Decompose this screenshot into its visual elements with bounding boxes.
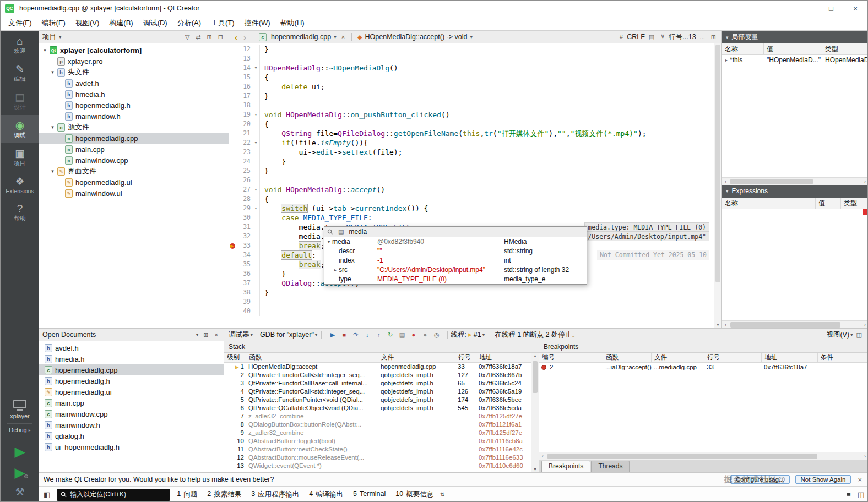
code-line[interactable]: 30 case MEDIA_TYPE_FILE: xyxy=(229,213,721,222)
mode-debug[interactable]: ◉调试 xyxy=(1,115,39,143)
maximize-icon[interactable]: □ xyxy=(819,1,843,16)
code-line[interactable]: 16 delete ui; xyxy=(229,82,721,91)
column-header[interactable]: 函数 xyxy=(603,353,652,362)
forward-icon[interactable]: › xyxy=(241,32,248,42)
stack-frame-row[interactable]: 8QDialogButtonBox::buttonRole(QAbstr...0… xyxy=(224,421,531,429)
code-line[interactable]: 28{ xyxy=(229,194,721,204)
column-header[interactable]: 编号 xyxy=(539,353,603,362)
scroll-left-icon[interactable]: ‹ xyxy=(539,452,546,460)
fold-marker-icon[interactable]: ▾ xyxy=(252,204,260,213)
tree-item[interactable]: havdef.h xyxy=(39,78,229,89)
scroll-left-icon[interactable]: ‹ xyxy=(722,321,729,329)
stack-frame-row[interactable]: 5QtPrivate::FunctionPointer<void (QDial.… xyxy=(224,396,531,404)
run-button[interactable]: ▶ xyxy=(14,443,25,460)
open-document-item[interactable]: hhmedia.h xyxy=(39,353,224,364)
snapshot-icon[interactable]: ◎ xyxy=(431,331,442,339)
expander-icon[interactable]: ▾ xyxy=(41,47,48,53)
code-line[interactable]: 24 } xyxy=(229,157,721,166)
chevron-down-icon[interactable]: ▾ xyxy=(315,332,318,337)
fold-marker-icon[interactable]: ▾ xyxy=(252,63,260,73)
menu-item[interactable]: 调试(D) xyxy=(138,16,172,30)
scrollbar-thumb[interactable] xyxy=(533,361,538,393)
code-line[interactable]: 26 xyxy=(229,176,721,185)
menu-item[interactable]: 构建(B) xyxy=(104,16,138,30)
mode-extensions[interactable]: ❖Extensions xyxy=(1,171,39,198)
notification-close-icon[interactable]: × xyxy=(858,476,862,484)
fold-marker-icon[interactable]: ▾ xyxy=(252,185,260,194)
stack-frame-row[interactable]: 13QWidget::event(QEvent *)0x7ffb110c6d60 xyxy=(224,462,531,470)
kit-selector[interactable]: xplayer xyxy=(10,400,29,421)
tree-item[interactable]: hhopenmediadlg.h xyxy=(39,100,229,111)
menu-item[interactable]: 控件(W) xyxy=(240,16,275,30)
expander-icon[interactable]: ▸ xyxy=(332,265,339,275)
mode-projects[interactable]: ▣项目 xyxy=(1,143,39,171)
scrollbar-thumb[interactable] xyxy=(730,322,840,328)
step-into-icon[interactable]: ↓ xyxy=(361,331,373,338)
output-pane-toggle[interactable]: 3应用程序输出 xyxy=(251,490,299,499)
column-header[interactable]: 条件 xyxy=(818,353,868,362)
notification-button[interactable]: Configure usag... xyxy=(730,475,790,484)
close-panel-icon[interactable]: × xyxy=(213,331,220,338)
output-pane-toggle[interactable]: 2搜索结果 xyxy=(207,490,241,499)
expander-icon[interactable]: ▾ xyxy=(49,168,56,174)
filter-icon[interactable]: ▽ xyxy=(183,34,192,41)
menu-item[interactable]: 帮助(H) xyxy=(275,16,310,30)
code-line[interactable]: 38} xyxy=(229,288,721,297)
tree-item[interactable]: hmainwindow.h xyxy=(39,111,229,122)
column-header[interactable]: 地址 xyxy=(762,353,818,362)
annotate-indicator[interactable]: # xyxy=(617,34,625,40)
document-icon[interactable]: ▤ xyxy=(647,34,657,41)
tab-threads[interactable]: Threads xyxy=(591,461,630,472)
code-line[interactable]: 27▾void HOpenMediaDlg::accept() xyxy=(229,185,721,194)
open-document-item[interactable]: hhopenmediadlg.h xyxy=(39,375,224,386)
split-icon[interactable]: ⊞ xyxy=(205,34,214,41)
fold-marker-icon[interactable]: ▾ xyxy=(252,110,260,119)
close-icon[interactable]: × xyxy=(843,1,867,16)
output-pane-toggle[interactable]: 10概要信息 xyxy=(395,490,433,499)
pane-updown-icon[interactable]: ⇅ xyxy=(440,492,444,498)
record-icon[interactable]: ● xyxy=(408,331,419,338)
code-line[interactable]: 20{ xyxy=(229,119,721,129)
code-line[interactable]: 23 ui->edit->setText(file); xyxy=(229,148,721,157)
mode-design[interactable]: ▤设计 xyxy=(1,87,39,115)
expander-icon[interactable]: ▾ xyxy=(49,69,56,75)
open-documents-title[interactable]: Open Documents xyxy=(42,331,96,339)
sync-with-editor-icon[interactable]: ⇄ xyxy=(193,34,203,41)
stack-frame-row[interactable]: 9z_adler32_combine0x7ffb125df27e xyxy=(224,429,531,437)
open-document-item[interactable]: cmainwindow.cpp xyxy=(39,408,224,419)
stack-frame-row[interactable]: 4QtPrivate::FunctorCall<std::integer_seq… xyxy=(224,388,531,396)
menu-item[interactable]: 分析(A) xyxy=(172,16,206,30)
project-panel-title[interactable]: 项目 xyxy=(42,32,56,42)
column-header[interactable]: 文件 xyxy=(652,353,704,362)
tooltip-header[interactable]: ▤ media xyxy=(324,227,587,237)
tree-item[interactable]: ▾✎界面文件 xyxy=(39,166,229,177)
fold-marker-icon[interactable]: ▾ xyxy=(252,138,260,148)
chevron-down-icon[interactable]: ▾ xyxy=(726,188,729,194)
step-out-icon[interactable]: ↑ xyxy=(373,331,384,338)
stack-frame-row[interactable]: 10QAbstractButton::toggled(bool)0x7ffb11… xyxy=(224,437,531,445)
output-pane-icon[interactable]: ◧ xyxy=(44,490,50,499)
cursor-position-indicator[interactable]: 行号...13 xyxy=(669,32,696,42)
reverse-icon[interactable]: ● xyxy=(419,331,431,338)
watch-row[interactable]: ▾media@0xd82f3fb940HMedia xyxy=(324,237,587,247)
tree-item[interactable]: ▾Qtxplayer [calculatorform] xyxy=(39,45,229,56)
chevron-down-icon[interactable]: ▾ xyxy=(482,332,485,337)
editor-vscrollbar[interactable]: ▾ xyxy=(714,43,721,328)
code-line[interactable]: 19▾void HOpenMediaDlg::on_pushButton_cli… xyxy=(229,110,721,119)
column-header[interactable]: 类型 xyxy=(841,198,868,209)
line-ending-selector[interactable]: CRLF xyxy=(627,33,645,41)
open-document-item[interactable]: ✎hopenmediadlg.ui xyxy=(39,386,224,397)
breakpoints-hscrollbar[interactable]: ‹ › xyxy=(539,452,868,460)
panes-icon[interactable]: ◫ xyxy=(854,331,864,339)
code-line[interactable]: 29▾ switch (ui->tab->currentIndex()) { xyxy=(229,204,721,213)
code-line[interactable]: 15{ xyxy=(229,73,721,82)
menu-item[interactable]: 视图(V) xyxy=(70,16,104,30)
minimize-icon[interactable]: – xyxy=(795,1,819,16)
split-icon[interactable]: ⊞ xyxy=(201,331,210,339)
debug-run-button[interactable]: ▶ xyxy=(14,463,25,481)
open-document-item[interactable]: hui_hopenmediadlg.h xyxy=(39,441,224,452)
chevron-down-icon[interactable]: ▾ xyxy=(334,34,337,40)
open-document-item[interactable]: chopenmediadlg.cpp xyxy=(39,364,224,375)
scrollbar-thumb[interactable] xyxy=(715,45,720,282)
expander-icon[interactable]: ▸ xyxy=(723,55,730,66)
